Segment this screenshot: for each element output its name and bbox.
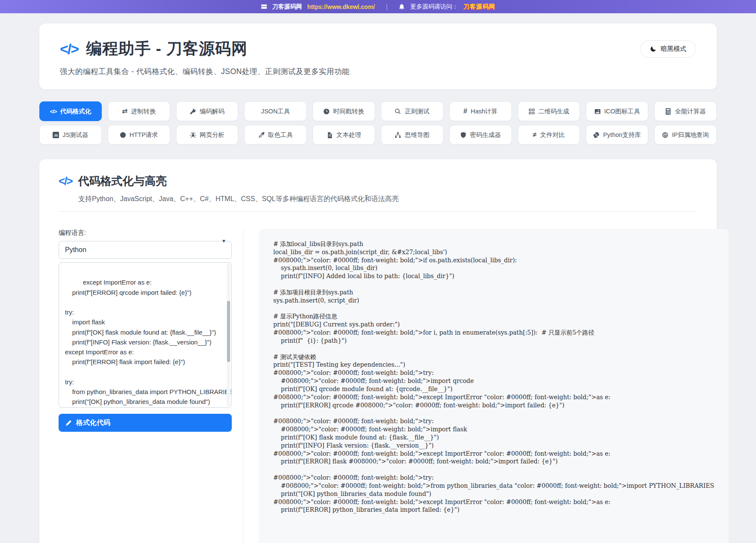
page-subtitle: 强大的编程工具集合 - 代码格式化、编码转换、JSON处理、正则测试及更多实用功…: [60, 66, 696, 77]
tab-label: 密码生成器: [470, 131, 501, 139]
output-column: # 添加local_libs目录到sys.path local_libs_dir…: [243, 229, 729, 543]
key-icon: [190, 108, 196, 115]
image-icon: [594, 108, 601, 115]
tool-tabs-row-2: JSJS测试器HTTP请求网页分析取色工具文本处理思维导图密码生成器≠文件对比P…: [39, 125, 717, 145]
search-icon: [395, 108, 401, 115]
swap-icon: ⇄: [122, 108, 127, 115]
page-header: </> 编程助手 - 刀客源码网 暗黑模式 强大的编程工具集合 - 代码格式化、…: [39, 24, 717, 89]
tab-label: 文本处理: [337, 131, 361, 139]
topbar-more-link[interactable]: 刀客源码网: [463, 3, 495, 11]
format-code-button[interactable]: 格式化代码: [59, 414, 232, 432]
qrcode-icon: [529, 108, 535, 115]
tab-mindmap[interactable]: 思维导图: [381, 125, 443, 145]
tab-label: 全能计算器: [675, 107, 706, 116]
textarea-scrollbar-thumb[interactable]: [227, 301, 230, 362]
tab-label: 编码解码: [200, 107, 224, 116]
tab-ico-tool[interactable]: ICO图标工具: [586, 101, 648, 121]
tab-color-picker[interactable]: 取色工具: [244, 125, 307, 145]
tab-js-tester[interactable]: JSJS测试器: [39, 125, 102, 145]
source-code-text: except ImportError as e: print(f"[ERROR]…: [65, 279, 232, 408]
pencil-icon: [65, 420, 72, 426]
tab-http-request[interactable]: HTTP请求: [108, 125, 170, 145]
tab-file-diff[interactable]: ≠文件对比: [518, 125, 580, 145]
tab-timestamp[interactable]: 时间戳转换: [313, 101, 375, 121]
not-equal-icon: ≠: [533, 131, 537, 138]
tab-label: JSON工具: [261, 107, 290, 116]
tab-label: 思维导图: [405, 131, 429, 139]
python-icon: [593, 132, 599, 138]
page-title: 编程助手 - 刀客源码网: [86, 38, 248, 59]
tab-label: JS测试器: [62, 131, 88, 139]
topbar-more-text: 更多源码请访问：: [410, 3, 458, 11]
topbar-site-url[interactable]: https://www.dkewl.com/: [307, 3, 375, 10]
mindmap-icon: [395, 132, 401, 138]
editor-column: 编程语言: Python ▼ except ImportError as e: …: [59, 229, 232, 543]
tab-code-format[interactable]: </>代码格式化: [39, 101, 102, 121]
language-select[interactable]: Python ▼: [59, 241, 232, 259]
tab-label: 进制转换: [131, 107, 156, 116]
tab-encode-decode[interactable]: 编码解码: [176, 101, 239, 121]
tab-label: ICO图标工具: [604, 107, 640, 116]
tab-text-process[interactable]: 文本处理: [313, 125, 375, 145]
clock-icon: [323, 108, 330, 115]
top-banner: 刀客源码网 https://www.dkewl.com/ | 更多源码请访问： …: [0, 0, 756, 13]
tab-hash-calc[interactable]: #Hash计算: [449, 101, 512, 121]
tab-label: IP归属地查询: [672, 131, 709, 139]
tab-label: 时间戳转换: [333, 107, 364, 116]
eyedropper-icon: [258, 132, 265, 138]
tab-label: HTTP请求: [130, 131, 158, 139]
spider-icon: [190, 132, 196, 138]
globe-icon: [120, 132, 126, 138]
tab-label: 代码格式化: [60, 107, 92, 116]
chevron-down-icon: ▼: [221, 238, 226, 243]
tab-label: Python支持库: [603, 131, 641, 139]
shield-icon: [460, 132, 467, 138]
code-icon: </>: [50, 108, 57, 115]
tab-label: 网页分析: [200, 131, 224, 139]
language-label: 编程语言:: [59, 229, 232, 237]
topbar-separator: |: [386, 3, 388, 10]
source-code-textarea[interactable]: except ImportError as e: print(f"[ERROR]…: [59, 262, 232, 408]
section-title: 代码格式化与高亮: [78, 174, 167, 189]
tab-calculator[interactable]: 全能计算器: [654, 101, 717, 121]
dark-mode-label: 暗黑模式: [661, 45, 686, 53]
calculator-icon: [665, 108, 671, 115]
hash-icon: #: [464, 108, 467, 115]
moon-icon: [650, 45, 657, 52]
topbar-site-name: 刀客源码网: [272, 3, 302, 11]
tab-ip-lookup[interactable]: IP归属地查询: [654, 125, 717, 145]
code-icon: </>: [59, 175, 72, 188]
tab-label: 文件对比: [540, 131, 565, 139]
tab-regex-test[interactable]: 正则测试: [381, 101, 443, 121]
tab-base-convert[interactable]: ⇄进制转换: [108, 101, 170, 121]
formatted-code-output[interactable]: # 添加local_libs目录到sys.path local_libs_dir…: [259, 229, 729, 543]
document-icon: [327, 132, 333, 138]
format-code-label: 格式化代码: [76, 418, 110, 427]
tab-label: 正则测试: [405, 107, 429, 116]
tab-web-analyze[interactable]: 网页分析: [176, 125, 239, 145]
tab-label: 取色工具: [268, 131, 293, 139]
js-icon: JS: [53, 132, 59, 138]
tab-python-libs[interactable]: Python支持库: [586, 125, 648, 145]
tool-tabs-row-1: </>代码格式化⇄进制转换编码解码JSON工具时间戳转换正则测试#Hash计算二…: [39, 101, 717, 121]
code-formatter-panel: </> 代码格式化与高亮 支持Python、JavaScript、Java、C+…: [39, 159, 717, 543]
code-icon: </>: [60, 41, 78, 57]
globe-solid-icon: [662, 132, 668, 138]
textarea-scrollbar[interactable]: [227, 264, 230, 407]
dark-mode-button[interactable]: 暗黑模式: [640, 40, 696, 58]
tab-label: 二维码生成: [538, 107, 570, 116]
tab-password-gen[interactable]: 密码生成器: [449, 125, 512, 145]
bell-icon: [399, 3, 405, 10]
svg-text:JS: JS: [54, 134, 58, 137]
section-divider: [59, 211, 697, 212]
menu-icon: [261, 3, 267, 10]
tab-json-tools[interactable]: JSON工具: [244, 101, 307, 121]
section-subtitle: 支持Python、JavaScript、Java、C++、C#、HTML、CSS…: [59, 195, 697, 204]
tab-qrcode-gen[interactable]: 二维码生成: [518, 101, 580, 121]
tab-label: Hash计算: [471, 107, 498, 116]
language-selected-value: Python: [65, 246, 86, 254]
